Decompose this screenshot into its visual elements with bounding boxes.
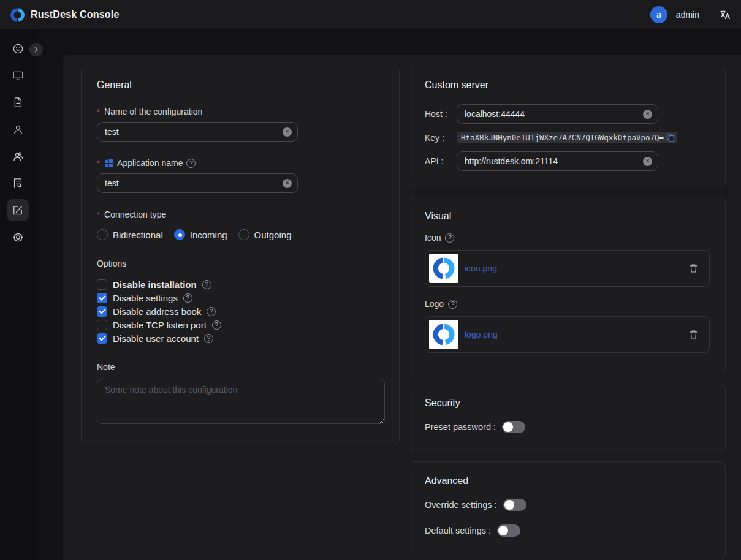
options-list: Disable installation Disable settings Di… <box>97 278 384 345</box>
default-settings-row: Default settings : <box>425 524 710 537</box>
preset-password-toggle[interactable] <box>502 421 525 433</box>
override-settings-row: Override settings : <box>425 499 710 511</box>
api-field <box>457 151 658 171</box>
username[interactable]: admin <box>676 10 699 20</box>
chevron-right-icon <box>33 47 39 53</box>
host-input[interactable] <box>457 109 658 119</box>
radio-label: Incoming <box>190 230 227 240</box>
sidebar-item-audit[interactable] <box>4 170 31 197</box>
radio-bidirectional[interactable]: Bidirectional <box>97 229 163 240</box>
custom-server-card: Custom server Host : Key : HtaXBkJNHyn0e… <box>409 66 726 187</box>
brand: RustDesk Console <box>10 7 120 23</box>
preset-password-label: Preset password : <box>425 422 496 432</box>
app-name-input[interactable] <box>97 178 297 188</box>
key-value: HtaXBkJNHyn0e1U1jWXze7A7CN7QTGWqxkOtpaVp… <box>461 133 664 142</box>
radio-circle <box>97 229 108 240</box>
sidebar-item-devices[interactable] <box>4 62 31 89</box>
note-label: Note <box>97 362 384 372</box>
app-title: RustDesk Console <box>31 9 120 20</box>
radio-label: Bidirectional <box>113 230 163 240</box>
config-name-label: Name of the configuration <box>104 107 202 116</box>
sidebar-item-custom-client[interactable] <box>4 197 31 224</box>
smiley-icon <box>7 37 29 59</box>
connection-type-radios: Bidirectional Incoming Outgoing <box>97 229 384 240</box>
help-icon[interactable] <box>202 280 211 289</box>
windows-icon <box>104 159 113 168</box>
sidebar-item-dashboard[interactable] <box>4 35 31 62</box>
help-icon[interactable] <box>183 293 192 303</box>
override-settings-toggle[interactable] <box>503 499 526 511</box>
radio-incoming[interactable]: Incoming <box>174 229 227 240</box>
host-label: Host : <box>425 109 457 119</box>
app-name-label: Application name <box>117 158 183 168</box>
key-value-chip: HtaXBkJNHyn0e1U1jWXze7A7CN7QTGWqxkOtpaVp… <box>457 132 677 143</box>
translate-icon[interactable] <box>719 9 731 21</box>
sidebar-item-groups[interactable] <box>4 143 31 170</box>
document-icon <box>7 91 29 113</box>
app-name-field <box>97 173 298 193</box>
checkbox <box>97 279 107 290</box>
audit-log-icon <box>7 172 29 194</box>
clear-icon[interactable] <box>283 179 292 188</box>
checkbox-label: Disable user account <box>113 333 199 344</box>
checkbox-disable-installation[interactable]: Disable installation <box>97 278 384 291</box>
trash-icon[interactable] <box>689 330 698 339</box>
logo-file-link[interactable]: logo.png <box>465 330 498 339</box>
logo-file-row: logo.png <box>425 316 710 353</box>
sidebar-item-sessions[interactable] <box>4 89 31 116</box>
rustdesk-logo-icon <box>10 7 25 23</box>
clear-icon[interactable] <box>643 157 652 166</box>
general-card-title: General <box>97 80 384 91</box>
help-icon[interactable] <box>445 233 454 243</box>
security-card: Security Preset password : <box>409 384 726 452</box>
main-content: General * Name of the configuration * <box>63 55 741 560</box>
checkbox-label: Disable TCP listen port <box>113 320 207 330</box>
default-settings-toggle[interactable] <box>497 524 520 537</box>
config-name-label-row: * Name of the configuration <box>97 107 384 116</box>
sidebar-expand-button[interactable] <box>29 43 43 56</box>
advanced-card: Advanced Override settings : Default set… <box>409 461 726 559</box>
radio-circle <box>174 229 185 240</box>
checkbox-label: Disable settings <box>113 293 178 303</box>
topbar: RustDesk Console a admin <box>0 0 741 29</box>
radio-outgoing[interactable]: Outgoing <box>238 229 292 240</box>
clear-icon[interactable] <box>643 110 652 119</box>
checkbox <box>97 320 107 330</box>
copy-icon[interactable] <box>666 133 675 142</box>
api-input[interactable] <box>457 156 658 166</box>
radio-circle <box>238 229 249 240</box>
sidebar <box>0 29 36 560</box>
visual-title: Visual <box>425 211 710 222</box>
help-icon[interactable] <box>207 307 216 316</box>
trash-icon[interactable] <box>689 263 698 273</box>
config-name-input[interactable] <box>97 127 297 137</box>
key-row: Key : HtaXBkJNHyn0e1U1jWXze7A7CN7QTGWqxk… <box>425 132 710 143</box>
checkbox-disable-user-account[interactable]: Disable user account <box>97 331 384 345</box>
help-icon[interactable] <box>204 334 213 343</box>
checkbox-disable-tcp-listen-port[interactable]: Disable TCP listen port <box>97 318 384 331</box>
toggle-knob <box>504 500 514 510</box>
checkbox-disable-settings[interactable]: Disable settings <box>97 291 384 305</box>
sidebar-item-settings[interactable] <box>4 224 31 251</box>
devices-icon <box>7 64 29 86</box>
help-icon[interactable] <box>186 159 196 168</box>
clear-icon[interactable] <box>283 127 292 137</box>
toggle-knob <box>498 526 508 535</box>
app-name-label-row: * Application name <box>97 158 384 168</box>
visual-card: Visual Icon icon.png <box>409 197 726 374</box>
rustdesk-logo-thumbnail <box>429 320 458 349</box>
avatar[interactable]: a <box>650 6 667 23</box>
options-label: Options <box>97 259 384 268</box>
icon-file-link[interactable]: icon.png <box>465 263 497 273</box>
config-name-field <box>97 122 298 142</box>
custom-server-title: Custom server <box>425 80 710 91</box>
sidebar-item-users[interactable] <box>4 116 31 143</box>
toggle-knob <box>503 422 513 432</box>
help-icon[interactable] <box>448 300 457 309</box>
note-textarea[interactable] <box>97 379 385 424</box>
override-settings-label: Override settings : <box>425 500 497 510</box>
required-asterisk: * <box>97 159 100 168</box>
custom-client-edit-icon <box>7 199 29 221</box>
checkbox-disable-address-book[interactable]: Disable address book <box>97 305 384 318</box>
help-icon[interactable] <box>212 320 221 330</box>
